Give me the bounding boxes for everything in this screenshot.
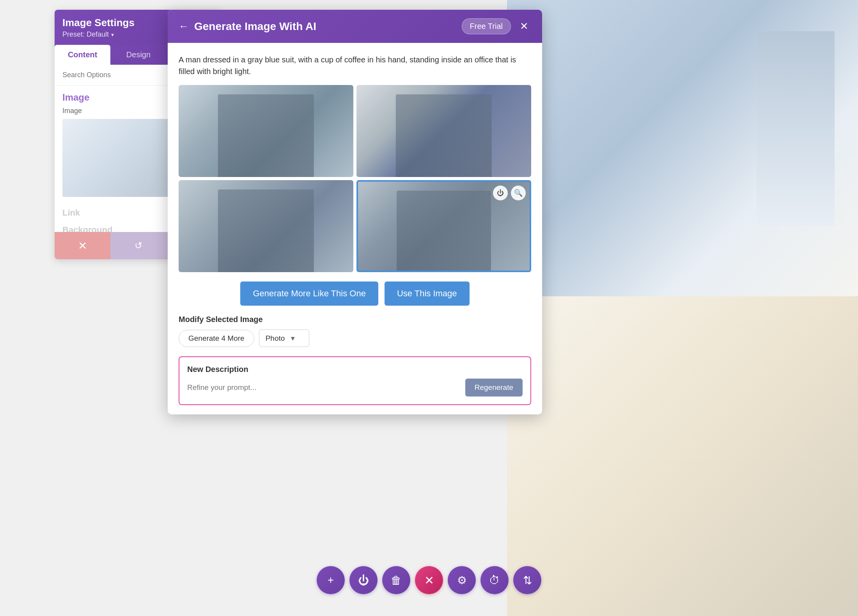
preview-image-bottom xyxy=(507,296,858,616)
image-zoom-icon[interactable]: 🔍 xyxy=(511,186,526,200)
toolbar-history-button[interactable]: ⏱ xyxy=(480,566,509,594)
toolbar-close-button[interactable]: ✕ xyxy=(415,566,443,594)
generated-image-4[interactable]: ⏻ 🔍 xyxy=(356,180,531,272)
figure-silhouette-2 xyxy=(396,94,492,177)
close-x-icon: ✕ xyxy=(78,239,87,252)
modal-header: ← Generate Image With AI Free Trial ✕ xyxy=(168,10,542,43)
ai-modal: ← Generate Image With AI Free Trial ✕ A … xyxy=(168,10,542,414)
toolbar-add-button[interactable]: + xyxy=(317,566,345,594)
image-power-icon[interactable]: ⏻ xyxy=(493,186,508,200)
modify-label: Modify Selected Image xyxy=(179,315,531,324)
panel-preset[interactable]: Preset: Default xyxy=(62,30,135,39)
arrows-icon: ⇅ xyxy=(523,574,532,587)
modal-title: Generate Image With AI xyxy=(194,20,316,33)
images-grid: ⏻ 🔍 xyxy=(168,85,542,272)
generated-image-2[interactable] xyxy=(356,85,531,177)
new-description-section: New Description Regenerate xyxy=(179,356,531,405)
photo-type-select[interactable]: Photo xyxy=(259,329,310,347)
generate-4-button[interactable]: Generate 4 More xyxy=(179,330,254,347)
clock-icon: ⏱ xyxy=(489,574,500,587)
regenerate-button[interactable]: Regenerate xyxy=(465,379,523,397)
modify-controls: Generate 4 More Photo xyxy=(179,329,531,347)
refine-prompt-input[interactable] xyxy=(187,379,461,397)
toolbar-delete-button[interactable]: 🗑 xyxy=(382,566,410,594)
figure-silhouette-3 xyxy=(218,189,314,272)
tab-design[interactable]: Design xyxy=(110,45,166,65)
modal-header-right: Free Trial ✕ xyxy=(462,18,531,34)
modal-back-button[interactable]: ← xyxy=(179,20,189,32)
x-icon: ✕ xyxy=(424,574,434,587)
modal-description: A man dressed in a gray blue suit, with … xyxy=(168,43,542,85)
bottom-toolbar: + ⏻ 🗑 ✕ ⚙ ⏱ ⇅ xyxy=(317,566,541,594)
new-description-label: New Description xyxy=(187,365,523,374)
figure-silhouette-1 xyxy=(218,94,314,177)
toolbar-settings-button[interactable]: ⚙ xyxy=(448,566,476,594)
panel-header-text: Image Settings Preset: Default xyxy=(62,17,135,39)
modal-header-left: ← Generate Image With AI xyxy=(179,20,316,33)
power-icon: ⏻ xyxy=(358,574,369,587)
preview-image-top xyxy=(507,0,858,296)
new-description-input-row: Regenerate xyxy=(187,379,523,397)
generated-image-3[interactable] xyxy=(179,180,353,272)
modify-section: Modify Selected Image Generate 4 More Ph… xyxy=(168,313,542,353)
gear-icon: ⚙ xyxy=(457,574,467,587)
figure-silhouette-4 xyxy=(397,191,491,271)
panel-close-button[interactable]: ✕ xyxy=(55,232,110,259)
generated-image-1[interactable] xyxy=(179,85,353,177)
modal-close-button[interactable]: ✕ xyxy=(517,19,531,34)
toolbar-power-button[interactable]: ⏻ xyxy=(349,566,378,594)
plus-icon: + xyxy=(328,574,334,586)
panel-undo-button[interactable]: ↺ xyxy=(110,232,166,259)
tab-content[interactable]: Content xyxy=(55,45,110,65)
panel-title: Image Settings xyxy=(62,17,135,29)
image-overlay-icons: ⏻ 🔍 xyxy=(493,186,526,200)
generate-more-button[interactable]: Generate More Like This One xyxy=(240,281,378,306)
modal-actions: Generate More Like This One Use This Ima… xyxy=(168,272,542,313)
free-trial-badge[interactable]: Free Trial xyxy=(462,18,511,34)
undo-icon: ↺ xyxy=(135,240,142,251)
toolbar-move-button[interactable]: ⇅ xyxy=(513,566,541,594)
use-image-button[interactable]: Use This Image xyxy=(385,281,470,306)
preview-area xyxy=(507,0,858,616)
trash-icon: 🗑 xyxy=(391,574,402,587)
